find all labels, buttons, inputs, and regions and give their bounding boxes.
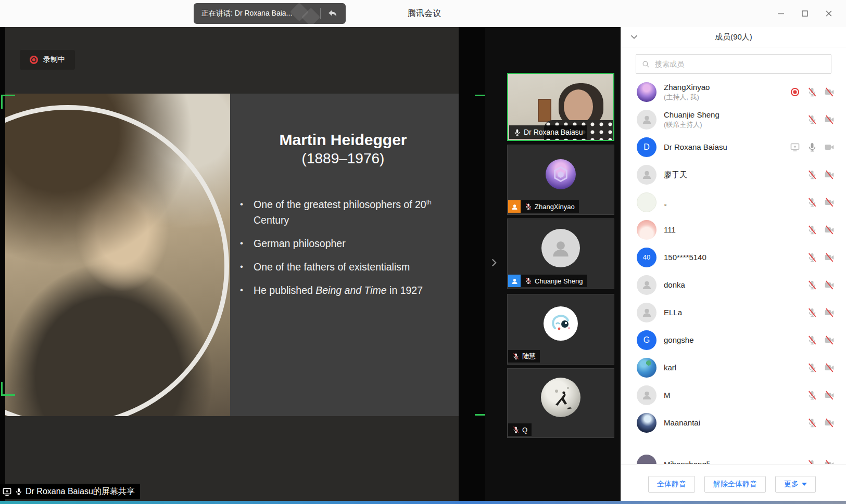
- avatar: [637, 303, 656, 322]
- video-tile-chuanjie-sheng[interactable]: Chuanjie Sheng: [507, 218, 614, 289]
- mic-muted-icon[interactable]: [807, 114, 817, 125]
- share-source-text: Dr Roxana Baiasu的屏幕共享: [26, 486, 135, 497]
- member-row-dot[interactable]: 。: [621, 188, 846, 216]
- heidegger-portrait-photo: [5, 94, 230, 416]
- mic-muted-icon[interactable]: [807, 459, 817, 464]
- camera-muted-icon[interactable]: [824, 114, 835, 125]
- camera-muted-icon[interactable]: [824, 87, 835, 97]
- screen-sharing-icon: [790, 142, 800, 152]
- camera-muted-icon[interactable]: [824, 252, 835, 263]
- titlebar: 正在讲话: Dr Roxana Baia... 腾讯会议: [0, 0, 846, 28]
- member-row-karl[interactable]: karl: [621, 354, 846, 381]
- camera-muted-icon[interactable]: [824, 307, 835, 318]
- more-button[interactable]: 更多: [775, 476, 816, 493]
- mic-muted-icon[interactable]: [807, 418, 817, 428]
- member-row-chuanjie-sheng[interactable]: Chuanjie Sheng (联席主持人): [621, 106, 846, 133]
- jump-to-speaker-icon[interactable]: [327, 8, 338, 19]
- tile-name-label: ZhangXinyao: [508, 200, 579, 213]
- avatar: [637, 110, 656, 130]
- camera-muted-icon[interactable]: [824, 170, 835, 180]
- member-row-111[interactable]: 111: [621, 216, 846, 243]
- camera-muted-icon[interactable]: [824, 390, 835, 400]
- recording-dot-icon: [30, 56, 38, 64]
- member-row-donka[interactable]: donka: [621, 271, 846, 299]
- minimize-button[interactable]: [769, 0, 793, 27]
- member-row-zhangxinyao[interactable]: ZhangXinyao (主持人, 我): [621, 78, 846, 106]
- member-row-150-5140[interactable]: 40 150****5140: [621, 243, 846, 271]
- video-tile-dr-roxana-baiasu[interactable]: Dr Roxana Baiasu: [507, 73, 614, 141]
- mic-muted-icon[interactable]: [807, 307, 817, 318]
- screen-share-icon: [2, 487, 12, 497]
- capture-corner-marker: [1, 95, 15, 109]
- avatar: [637, 82, 656, 102]
- member-row-ella[interactable]: ELLa: [621, 299, 846, 326]
- mic-muted-icon[interactable]: [807, 170, 817, 180]
- avatar: [637, 358, 656, 378]
- cohost-badge-icon: [508, 275, 521, 287]
- avatar: [637, 275, 656, 295]
- chevron-down-icon[interactable]: [628, 31, 640, 43]
- mic-on-icon[interactable]: [807, 142, 817, 152]
- close-button[interactable]: [817, 0, 841, 27]
- maximize-button[interactable]: [793, 0, 817, 27]
- member-name: 111: [664, 225, 807, 235]
- camera-muted-icon[interactable]: [824, 280, 835, 290]
- active-speaker-pill[interactable]: 正在讲话: Dr Roxana Baia...: [194, 3, 346, 24]
- member-name: 廖于天: [664, 170, 807, 179]
- slide-bullet: German philosopher: [239, 236, 449, 251]
- mic-muted-icon[interactable]: [807, 197, 817, 208]
- avatar: [541, 229, 580, 267]
- slide-bullet: He published Being and Time in 1927: [239, 282, 449, 298]
- video-tile-q[interactable]: Q: [507, 368, 614, 438]
- member-name: M: [664, 391, 807, 400]
- video-tile-zhangxinyao[interactable]: ZhangXinyao: [507, 145, 614, 215]
- slide-title: Martin Heidegger: [232, 131, 454, 149]
- video-tile-luhui[interactable]: 陆慧: [507, 294, 614, 365]
- member-name: ELLa: [664, 308, 807, 317]
- member-row-maanantai[interactable]: Maanantai: [621, 409, 846, 436]
- participant-name: ZhangXinyao: [535, 203, 575, 211]
- member-row-gongshe[interactable]: G gongshe: [621, 326, 846, 354]
- window-bottom-edge: [0, 501, 846, 504]
- camera-muted-icon[interactable]: [824, 225, 835, 235]
- mic-muted-icon[interactable]: [807, 252, 817, 263]
- camera-muted-icon[interactable]: [824, 197, 835, 208]
- member-row-dr-roxana-baiasu[interactable]: D Dr Roxana Baiasu: [621, 133, 846, 161]
- unmute-all-button[interactable]: 解除全体静音: [704, 476, 766, 493]
- camera-muted-icon[interactable]: [824, 335, 835, 345]
- member-row-liaoyutian[interactable]: 廖于天: [621, 161, 846, 188]
- tile-name-label: 陆慧: [508, 350, 540, 363]
- mic-muted-icon[interactable]: [807, 390, 817, 400]
- member-name: Maanantai: [664, 418, 807, 428]
- mic-muted-icon[interactable]: [807, 87, 817, 97]
- mic-muted-icon[interactable]: [807, 335, 817, 345]
- recording-indicator[interactable]: 录制中: [20, 50, 75, 70]
- avatar: [637, 220, 656, 240]
- capture-corner-marker: [1, 382, 15, 396]
- member-name: Mihanshengli: [664, 460, 807, 464]
- member-role: (联席主持人): [664, 121, 807, 129]
- window-controls: [769, 0, 841, 27]
- mic-muted-icon[interactable]: [807, 280, 817, 290]
- search-icon: [641, 60, 650, 69]
- members-panel-header: 成员(90人): [621, 27, 846, 47]
- mic-muted-icon[interactable]: [807, 225, 817, 235]
- camera-on-icon[interactable]: [824, 142, 835, 152]
- member-row-m[interactable]: M: [621, 381, 846, 409]
- camera-muted-icon[interactable]: [824, 418, 835, 428]
- screen-share-area: 录制中 Martin Heidegger (1889–1976) One of …: [0, 27, 485, 501]
- presentation-slide: Martin Heidegger (1889–1976) One of the …: [5, 94, 459, 416]
- collapse-panel-chevron-icon[interactable]: [487, 256, 501, 269]
- avatar: [637, 385, 656, 405]
- slide-bullet: One of the greatest philosophers of 20th…: [239, 197, 449, 228]
- member-row-partial[interactable]: Mihanshengli: [621, 450, 846, 464]
- mic-muted-icon[interactable]: [807, 363, 817, 373]
- camera-muted-icon[interactable]: [824, 459, 835, 464]
- participant-name: 陆慧: [522, 352, 536, 361]
- search-input[interactable]: [654, 59, 826, 69]
- mute-all-button[interactable]: 全体静音: [648, 476, 695, 493]
- member-name: 。: [664, 198, 807, 207]
- camera-muted-icon[interactable]: [824, 363, 835, 373]
- photo-circle-frame: [5, 105, 229, 416]
- member-name: Chuanjie Sheng: [664, 110, 807, 120]
